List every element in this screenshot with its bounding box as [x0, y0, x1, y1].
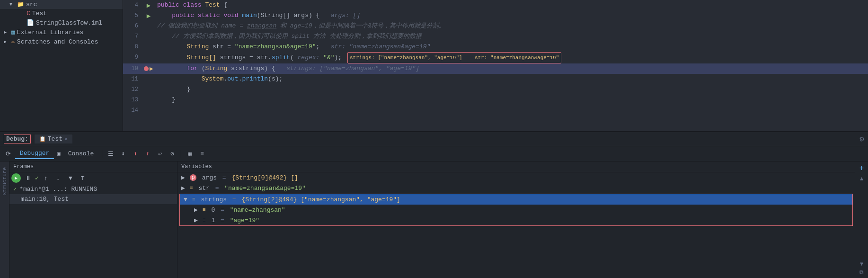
- structure-label[interactable]: Structure: [1, 163, 9, 199]
- debug-body: Structure Frames ▶ ⏸ ✓ ↑ ↓ ▼ ⊤ ✓ *main*@…: [0, 161, 868, 278]
- line-content-14: [155, 105, 868, 116]
- sidebar-item-iml-label: StringClassTow.iml: [36, 19, 102, 27]
- frame-item-main-10[interactable]: main:10, Test: [9, 194, 177, 204]
- var-name-strings-1: 1: [208, 217, 215, 224]
- step-over-lines-btn[interactable]: ☰: [106, 149, 116, 159]
- scroll-down-btn[interactable]: ▼: [860, 261, 863, 268]
- watch-btn[interactable]: ▦: [185, 149, 195, 159]
- var-item-str[interactable]: ▶ ≡ str = "name=zhangsan&age=19": [177, 183, 855, 193]
- add-watch-btn[interactable]: +: [858, 163, 866, 174]
- variables-panel: Variables ▶ p args = {String[0]@492} [] …: [177, 161, 855, 278]
- debug-tab-icon: 📋: [39, 136, 46, 142]
- bottom-panel: Debug: 📋 Test ✕ ⚙ ⟳ Debugger ▣ Console ☰…: [0, 131, 868, 278]
- step-out-btn[interactable]: ⬆: [142, 149, 153, 159]
- var-expand-str: ▶: [181, 184, 188, 192]
- var-val-strings-1: "age=19": [230, 217, 259, 224]
- line-content-9: String[] strings = str.split( regex: "&"…: [155, 52, 868, 63]
- var-icon-strings-1: ≡: [203, 217, 206, 223]
- code-line-14: 14: [123, 105, 868, 116]
- editor-area: 4 ▶ public class Test { 5 ▶ publi: [123, 0, 868, 131]
- check-icon: ✓: [35, 174, 39, 182]
- run-btn[interactable]: ▶: [11, 173, 21, 183]
- var-val-str: "name=zhangsan&age=19": [224, 185, 306, 192]
- var-expand-args: ▶: [181, 174, 188, 181]
- debug-toolbar: ⟳ Debugger ▣ Console ☰ ⬇ ⬆ ⬆ ↩ ⊘ ▦ ≡: [0, 146, 868, 161]
- pause-btn[interactable]: ⏸: [23, 174, 33, 183]
- java-icon-test: C: [27, 10, 30, 17]
- var-item-args[interactable]: ▶ p args = {String[0]@492} []: [177, 172, 855, 183]
- sidebar-item-src[interactable]: ▼ 📁 src: [0, 0, 123, 9]
- copy-btn[interactable]: ⧉: [859, 269, 864, 276]
- filter-btn[interactable]: ▼: [65, 174, 76, 183]
- frames-panel: Frames ▶ ⏸ ✓ ↑ ↓ ▼ ⊤ ✓ *main*@1 ...: RUN…: [9, 161, 177, 278]
- line-gutter-6: [142, 21, 155, 31]
- frame-item-main-running[interactable]: ✓ *main*@1 ...: RUNNING: [9, 184, 177, 194]
- var-icon-strings-0: ≡: [203, 207, 206, 213]
- var-val-args: {String[0]@492} []: [231, 174, 298, 181]
- sidebar-item-test[interactable]: C Test: [0, 9, 123, 18]
- line-gutter-12: [142, 84, 155, 95]
- nav-down-btn[interactable]: ↓: [53, 174, 63, 183]
- nav-up-btn[interactable]: ↑: [41, 174, 51, 183]
- tab-console[interactable]: Console: [63, 149, 99, 159]
- line-num-4: 4: [123, 0, 142, 10]
- step-down-btn[interactable]: ⬇: [118, 149, 128, 159]
- line-num-12: 12: [123, 84, 142, 95]
- line-num-6: 6: [123, 21, 142, 31]
- extlibs-icon: ▦: [11, 28, 15, 36]
- variables-header: Variables: [177, 161, 855, 172]
- code-line-8: 8 String str = "name=zhangsan&age=19"; s…: [123, 42, 868, 52]
- var-expand-strings-1: ▶: [194, 216, 201, 224]
- var-item-strings[interactable]: ▼ ≡ strings = {String[2]@494} ["name=zha…: [180, 194, 852, 205]
- stop-btn[interactable]: ⊘: [167, 149, 177, 159]
- code-line-7: 7 // 方便我们拿到数据，因为我们可以使用 split 方法 去处理分割，拿到…: [123, 31, 868, 42]
- line-num-11: 11: [123, 74, 142, 84]
- scratches-icon: ✏: [11, 38, 15, 45]
- tab-debugger[interactable]: Debugger: [15, 148, 54, 159]
- line-num-9: 9: [123, 52, 142, 63]
- var-icon-strings: ≡: [192, 197, 195, 202]
- code-line-13: 13 }: [123, 95, 868, 105]
- var-eq-strings-1: =: [217, 217, 228, 224]
- line-content-7: // 方便我们拿到数据，因为我们可以使用 split 方法 去处理分割，拿到我们…: [155, 31, 868, 42]
- line-num-10: 10: [123, 63, 142, 74]
- var-name-strings-0: 0: [208, 206, 215, 214]
- refresh-btn[interactable]: ⟳: [3, 149, 13, 159]
- var-item-strings-0[interactable]: ▶ ≡ 0 = "name=zhangsan": [180, 205, 852, 215]
- frames-header: Frames: [9, 161, 177, 172]
- code-line-4: 4 ▶ public class Test {: [123, 0, 868, 10]
- close-tab-btn[interactable]: ✕: [64, 136, 68, 142]
- code-line-6: 6 // 假设我们想要取到 name = zhangsan 和 age=19，但…: [123, 21, 868, 31]
- line-gutter-14: [142, 105, 155, 116]
- var-icon-args: p: [190, 174, 196, 181]
- inline-hint-box-9: strings: ["name=zhangsan", "age=19"] str…: [347, 52, 561, 63]
- sidebar-item-scratches[interactable]: ▶ ✏ Scratches and Consoles: [0, 37, 123, 46]
- line-gutter-5: ▶: [142, 10, 155, 21]
- line-content-11: System.out.println(s);: [155, 74, 868, 84]
- line-gutter-11: [142, 74, 155, 84]
- frame-label-main-10: main:10, Test: [13, 196, 69, 203]
- scroll-up-btn[interactable]: ▲: [860, 176, 863, 182]
- main-area: ▼ 📁 src C Test 📄 StringClassTow.iml ▶ ▦ …: [0, 0, 868, 131]
- right-panel-actions: + ▲ ▼ ⧉: [855, 161, 868, 278]
- layout-btn[interactable]: ≡: [197, 149, 207, 158]
- var-eq-strings: =: [229, 196, 239, 203]
- frames-toolbar: ▶ ⏸ ✓ ↑ ↓ ▼ ⊤: [9, 172, 177, 184]
- run-cursor-btn[interactable]: ↩: [155, 149, 165, 159]
- sidebar-item-iml[interactable]: 📄 StringClassTow.iml: [0, 18, 123, 27]
- line-num-8: 8: [123, 42, 142, 52]
- sidebar-item-extlibs[interactable]: ▶ ▦ External Libraries: [0, 27, 123, 37]
- line-num-7: 7: [123, 31, 142, 42]
- var-name-strings: strings: [197, 196, 227, 203]
- debug-tab-test[interactable]: 📋 Test ✕: [35, 135, 72, 143]
- expand-arrow-scratches: ▶: [4, 39, 9, 45]
- gear-icon[interactable]: ⚙: [859, 135, 864, 144]
- filter-icon-btn[interactable]: ⊤: [78, 173, 88, 183]
- line-gutter-13: [142, 95, 155, 105]
- line-content-12: }: [155, 84, 868, 95]
- debug-label: Debug:: [4, 135, 31, 143]
- breakpoint-10[interactable]: [144, 66, 149, 71]
- sidebar: ▼ 📁 src C Test 📄 StringClassTow.iml ▶ ▦ …: [0, 0, 123, 131]
- var-item-strings-1[interactable]: ▶ ≡ 1 = "age=19": [180, 215, 852, 225]
- step-up-btn[interactable]: ⬆: [130, 149, 141, 159]
